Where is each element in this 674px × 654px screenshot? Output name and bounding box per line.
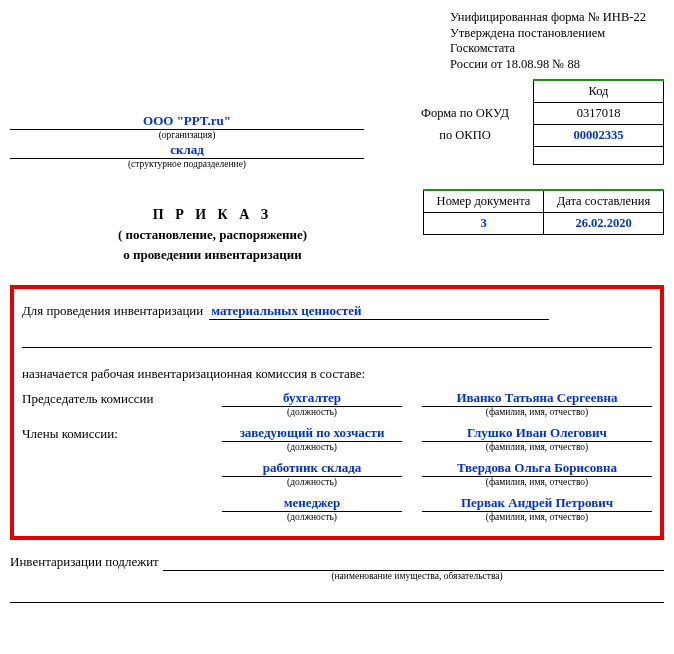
members-label: Члены комиссии: [22,425,222,442]
organization-field: ООО "PPT.ru" [10,113,364,130]
unit-value: склад [170,142,204,157]
commission-position: заведующий по хозчасти [222,425,402,442]
form-ref-line1: Унифицированная форма № ИНВ-22 [450,10,664,26]
commission-name: Первак Андрей Петрович [422,495,652,512]
unit-caption: (структурное подразделение) [10,159,364,169]
okud-label: Форма по ОКУД [413,102,517,124]
purpose-value: материальных ценностей [209,303,549,320]
subject-line-2 [10,589,664,603]
commission-position: бухгалтер [222,390,402,407]
position-caption: (должность) [222,512,402,522]
commission-section: Для проведения инвентаризацииматериальны… [10,285,664,540]
empty-code-cell [534,146,664,164]
docdate-header: Дата составления [544,190,664,213]
position-caption: (должность) [222,442,402,452]
position-caption: (должность) [222,407,402,417]
commission-name: Иванко Татьяна Сергеевна [422,390,652,407]
empty-label [22,460,222,477]
commission-name: Глушко Иван Олегович [422,425,652,442]
position-caption: (должность) [222,477,402,487]
unit-field: склад [10,142,364,159]
subject-field [163,557,664,571]
purpose-line-2 [22,334,652,348]
docnum-header: Номер документа [424,190,544,213]
commission-row: менеджер(должность)Первак Андрей Петрови… [22,495,652,522]
commission-row: Председатель комиссиибухгалтер(должность… [22,390,652,417]
order-subtitle-1: ( постановление, распоряжение) [10,227,415,243]
name-caption: (фамилия, имя, отчество) [422,442,652,452]
organization-value: ООО "PPT.ru" [143,113,231,128]
assign-text: назначается рабочая инвентаризационная к… [22,366,652,382]
subject-caption: (наименование имущества, обязательства) [170,571,664,581]
form-reference: Унифицированная форма № ИНВ-22 Утвержден… [450,10,664,73]
commission-row: Члены комиссии:заведующий по хозчасти(до… [22,425,652,452]
commission-name: Твердова Ольга Борисовна [422,460,652,477]
order-subtitle-2: о проведении инвентаризации [10,247,415,263]
okpo-value: 00002335 [534,124,664,146]
name-caption: (фамилия, имя, отчество) [422,407,652,417]
kod-header: Код [534,80,664,103]
form-ref-line2: Утверждена постановлением Госкомстата [450,26,664,57]
purpose-prefix: Для проведения инвентаризации [22,303,203,318]
subject-label: Инвентаризации подлежит [10,554,163,571]
name-caption: (фамилия, имя, отчество) [422,512,652,522]
empty-label [22,495,222,512]
name-caption: (фамилия, имя, отчество) [422,477,652,487]
form-ref-line3: России от 18.08.98 № 88 [450,57,664,73]
order-title: П Р И К А З [10,207,415,223]
docdate-value: 26.02.2020 [544,212,664,234]
organization-caption: (организация) [10,130,364,140]
commission-position: работник склада [222,460,402,477]
okud-value: 0317018 [534,102,664,124]
docnum-value: 3 [424,212,544,234]
chairman-label: Председатель комиссии [22,390,222,407]
commission-position: менеджер [222,495,402,512]
commission-row: работник склада(должность)Твердова Ольга… [22,460,652,487]
okpo-label: по ОКПО [413,124,517,146]
